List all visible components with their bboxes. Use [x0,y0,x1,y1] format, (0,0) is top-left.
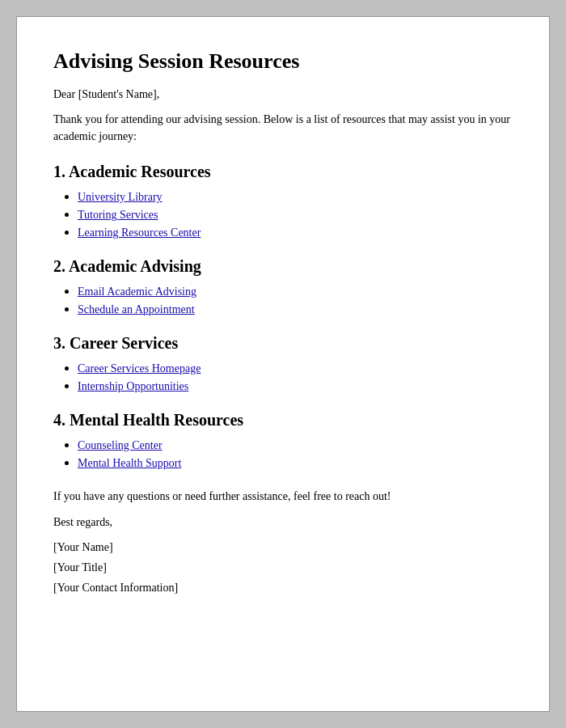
list-item: Career Services Homepage [78,361,513,375]
link-schedule-appointment[interactable]: Schedule an Appointment [78,303,195,315]
list-item: Schedule an Appointment [78,302,513,316]
signature-name: [Your Name] [53,537,513,557]
link-internship-opportunities[interactable]: Internship Opportunities [78,380,188,392]
list-item: Counseling Center [78,438,513,452]
link-mental-health-support[interactable]: Mental Health Support [78,457,181,469]
resource-list-academic: University Library Tutoring Services Lea… [78,189,513,239]
section-academic-resources: 1. Academic Resources University Library… [53,163,513,239]
page-title: Advising Session Resources [53,49,513,74]
closing-text: If you have any questions or need furthe… [53,488,513,505]
section-academic-advising: 2. Academic Advising Email Academic Advi… [53,257,513,316]
section-heading-academic-resources: 1. Academic Resources [53,163,513,181]
section-heading-career-services: 3. Career Services [53,334,513,353]
list-item: University Library [78,189,513,204]
section-heading-academic-advising: 2. Academic Advising [53,257,513,276]
resource-list-career: Career Services Homepage Internship Oppo… [78,361,513,393]
link-learning-resources-center[interactable]: Learning Resources Center [78,226,201,239]
resource-list-mental-health: Counseling Center Mental Health Support [78,438,513,470]
list-item: Learning Resources Center [78,225,513,239]
signature-block: [Your Name] [Your Title] [Your Contact I… [53,537,513,599]
section-career-services: 3. Career Services Career Services Homep… [53,334,513,393]
section-mental-health: 4. Mental Health Resources Counseling Ce… [53,411,513,470]
intro-text: Thank you for attending our advising ses… [53,111,513,145]
section-heading-mental-health: 4. Mental Health Resources [53,411,513,430]
list-item: Internship Opportunities [78,379,513,393]
list-item: Email Academic Advising [78,284,513,298]
link-career-services-homepage[interactable]: Career Services Homepage [78,362,201,375]
resource-list-advising: Email Academic Advising Schedule an Appo… [78,284,513,316]
list-item: Mental Health Support [78,455,513,470]
link-tutoring-services[interactable]: Tutoring Services [78,209,158,221]
link-counseling-center[interactable]: Counseling Center [78,439,163,451]
list-item: Tutoring Services [78,207,513,222]
link-email-academic-advising[interactable]: Email Academic Advising [78,286,196,298]
page-container: Advising Session Resources Dear [Student… [16,16,550,712]
salutation: Dear [Student's Name], [53,88,513,101]
link-university-library[interactable]: University Library [78,191,163,203]
signature-contact: [Your Contact Information] [53,578,513,598]
regards-text: Best regards, [53,516,513,529]
signature-title: [Your Title] [53,557,513,578]
